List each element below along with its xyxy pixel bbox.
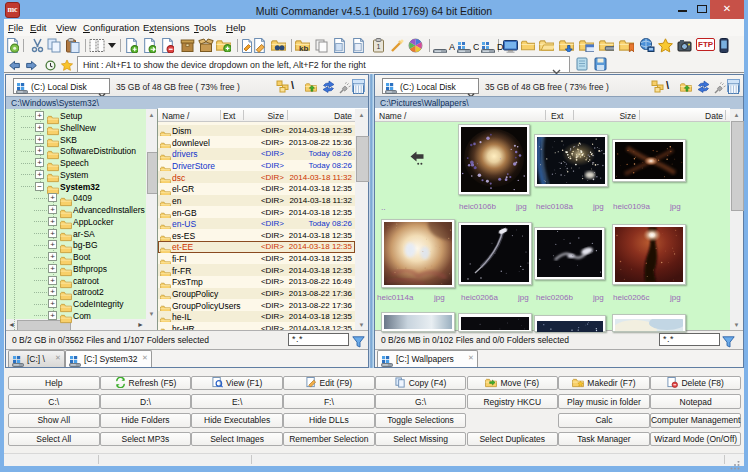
svg-text:kb: kb: [299, 44, 308, 52]
svg-text:A: A: [449, 42, 455, 52]
svg-text:1: 1: [377, 43, 381, 50]
svg-text:C: C: [473, 42, 479, 52]
